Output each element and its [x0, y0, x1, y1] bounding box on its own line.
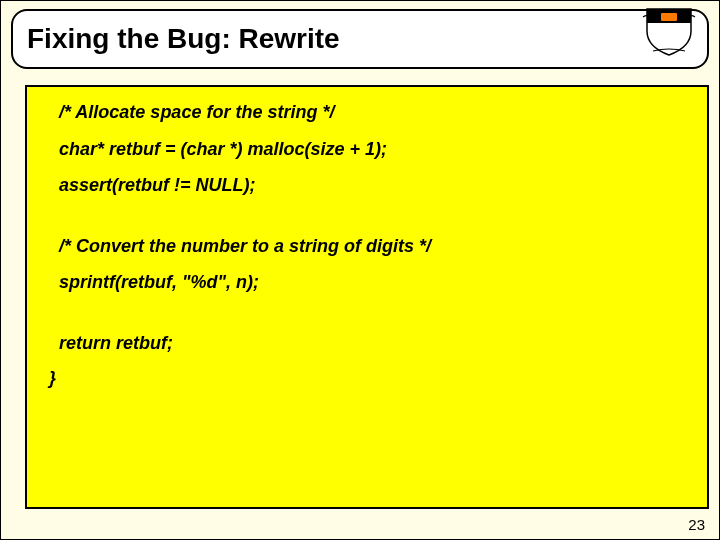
- slide: Fixing the Bug: Rewrite /* Allocate spac…: [0, 0, 720, 540]
- code-assert-line: assert(retbuf != NULL);: [49, 174, 685, 197]
- code-closing-brace: }: [49, 368, 685, 389]
- svg-rect-0: [661, 13, 677, 21]
- page-number: 23: [688, 516, 705, 533]
- code-sprintf-line: sprintf(retbuf, "%d", n);: [49, 271, 685, 294]
- code-malloc-line: char* retbuf = (char *) malloc(size + 1)…: [49, 138, 685, 161]
- princeton-shield-logo: [641, 7, 697, 57]
- title-bar: Fixing the Bug: Rewrite: [11, 9, 709, 69]
- code-comment-convert: /* Convert the number to a string of dig…: [49, 235, 685, 258]
- slide-title: Fixing the Bug: Rewrite: [27, 23, 340, 55]
- blank-line: [49, 308, 685, 332]
- code-comment-allocate: /* Allocate space for the string */: [49, 101, 685, 124]
- blank-line: [49, 211, 685, 235]
- code-block: /* Allocate space for the string */ char…: [25, 85, 709, 509]
- code-return-line: return retbuf;: [49, 332, 685, 355]
